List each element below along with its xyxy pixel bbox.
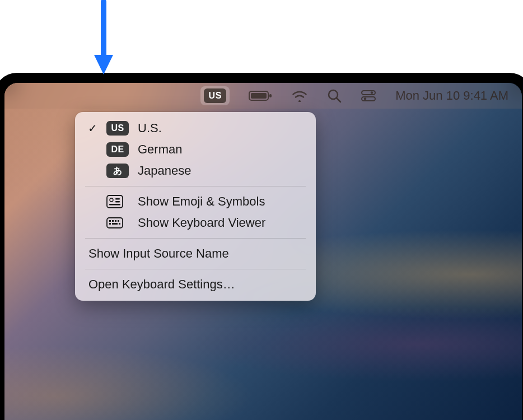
menu-item-keyboard-viewer[interactable]: Show Keyboard Viewer bbox=[75, 212, 316, 234]
svg-rect-17 bbox=[109, 220, 111, 222]
svg-rect-4 bbox=[269, 94, 272, 97]
menu-item-label: Japanese bbox=[138, 164, 305, 178]
device-frame: US bbox=[0, 73, 523, 420]
svg-rect-9 bbox=[362, 97, 375, 101]
search-icon[interactable] bbox=[327, 88, 342, 103]
annotation-arrow bbox=[90, 0, 118, 80]
input-source-badge: US bbox=[204, 88, 226, 103]
svg-rect-22 bbox=[112, 223, 118, 225]
input-source-item-us[interactable]: ✓ US U.S. bbox=[75, 118, 316, 139]
svg-rect-3 bbox=[251, 93, 267, 99]
svg-rect-18 bbox=[112, 220, 114, 222]
emoji-symbols-icon bbox=[106, 195, 123, 208]
svg-rect-13 bbox=[115, 198, 120, 200]
battery-icon[interactable] bbox=[249, 90, 272, 101]
svg-rect-15 bbox=[109, 204, 120, 206]
svg-rect-20 bbox=[118, 220, 119, 222]
input-source-item-german[interactable]: DE German bbox=[75, 139, 316, 160]
svg-marker-1 bbox=[94, 55, 113, 74]
menu-item-show-source-name[interactable]: Show Input Source Name bbox=[75, 243, 316, 264]
menu-item-emoji-symbols[interactable]: Show Emoji & Symbols bbox=[75, 191, 316, 212]
menu-item-label: Show Input Source Name bbox=[85, 246, 305, 261]
checkmark-icon: ✓ bbox=[85, 122, 100, 135]
svg-rect-7 bbox=[362, 91, 375, 95]
control-center-icon[interactable] bbox=[361, 90, 376, 102]
input-source-menu: ✓ US U.S. DE German あ Japanese bbox=[75, 112, 316, 301]
menubar: US bbox=[4, 83, 522, 109]
keyboard-viewer-icon bbox=[106, 216, 123, 230]
menu-item-label: Open Keyboard Settings… bbox=[85, 277, 305, 292]
menu-separator bbox=[85, 186, 306, 186]
svg-rect-19 bbox=[115, 220, 116, 222]
wifi-icon[interactable] bbox=[291, 90, 308, 102]
svg-rect-11 bbox=[107, 195, 123, 208]
menu-separator bbox=[85, 238, 306, 239]
svg-rect-14 bbox=[115, 201, 120, 203]
svg-rect-23 bbox=[119, 223, 120, 225]
svg-point-5 bbox=[329, 90, 338, 99]
svg-line-6 bbox=[337, 99, 341, 102]
menu-item-label: Show Emoji & Symbols bbox=[138, 194, 305, 209]
svg-point-10 bbox=[364, 97, 366, 100]
menu-item-label: U.S. bbox=[138, 121, 305, 136]
lang-badge-us: US bbox=[106, 121, 129, 136]
input-source-item-japanese[interactable]: あ Japanese bbox=[75, 160, 316, 181]
menu-separator bbox=[85, 269, 306, 269]
input-source-menubar-item[interactable]: US bbox=[200, 86, 230, 105]
desktop-screen: US bbox=[4, 83, 522, 420]
menu-item-label: German bbox=[138, 142, 305, 157]
svg-point-8 bbox=[371, 91, 373, 94]
lang-badge-ja: あ bbox=[106, 164, 129, 178]
menu-item-open-keyboard-settings[interactable]: Open Keyboard Settings… bbox=[75, 274, 316, 295]
menubar-datetime[interactable]: Mon Jun 10 9:41 AM bbox=[395, 88, 508, 103]
menu-item-label: Show Keyboard Viewer bbox=[138, 216, 305, 230]
svg-rect-21 bbox=[109, 223, 111, 225]
lang-badge-de: DE bbox=[106, 142, 129, 157]
svg-point-12 bbox=[110, 198, 113, 202]
